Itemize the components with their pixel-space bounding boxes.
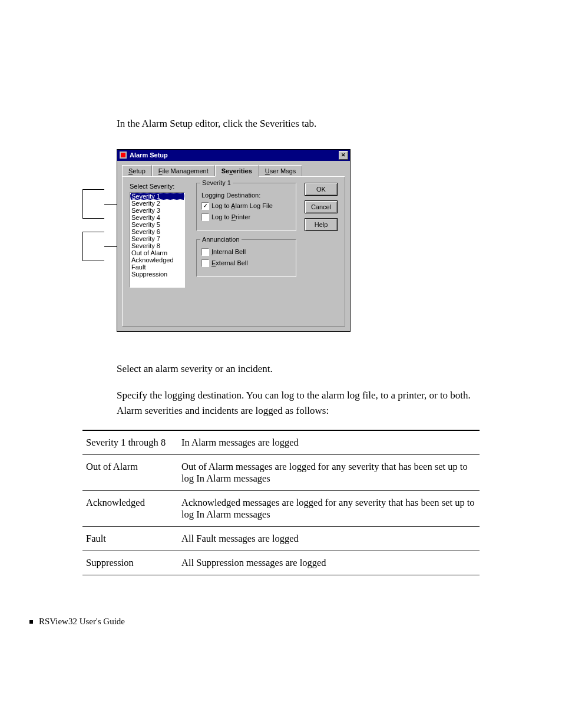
list-item[interactable]: Severity 7 bbox=[130, 235, 184, 242]
footer-text: RSView32 User's Guide bbox=[39, 617, 125, 627]
list-item[interactable]: Severity 8 bbox=[130, 242, 184, 249]
tab-file-management[interactable]: File Management bbox=[152, 165, 215, 177]
checkbox-internal-bell-row[interactable]: Internal Bell bbox=[201, 248, 291, 256]
table-cell-name: Acknowledged bbox=[82, 491, 178, 527]
right-panels: Severity 1 Logging Destination: Log to A… bbox=[196, 183, 296, 285]
list-item[interactable]: Out of Alarm bbox=[130, 249, 184, 256]
step-2-text: Specify the logging destination. You can… bbox=[117, 388, 480, 418]
list-item[interactable]: Severity 3 bbox=[130, 207, 184, 214]
table-cell-name: Suppression bbox=[82, 551, 178, 575]
logging-table: Severity 1 through 8 In Alarm messages a… bbox=[82, 430, 480, 575]
list-item[interactable]: Severity 4 bbox=[130, 214, 184, 221]
logging-destination-label: Logging Destination: bbox=[201, 192, 291, 199]
dialog-buttons: OK Cancel Help bbox=[305, 183, 338, 231]
tab-severities[interactable]: Severities bbox=[215, 165, 259, 177]
severity-listbox[interactable]: Severity 1 Severity 2 Severity 3 Severit… bbox=[130, 192, 185, 288]
checkbox-log-printer-row[interactable]: Log to Printer bbox=[201, 213, 291, 221]
list-item[interactable]: Severity 6 bbox=[130, 228, 184, 235]
checkbox-label: External Bell bbox=[211, 259, 248, 266]
callout-line-severities bbox=[82, 189, 104, 219]
group-annunciation: Annunciation Internal Bell External Bell bbox=[196, 239, 296, 277]
table-cell-name: Fault bbox=[82, 527, 178, 551]
dialog-container: Alarm Setup ✕ Setup File Management Seve… bbox=[117, 149, 480, 332]
list-item[interactable]: Severity 1 bbox=[130, 193, 184, 200]
tab-user-msgs[interactable]: User Msgs bbox=[259, 165, 303, 177]
table-cell-desc: Acknowledged messages are logged for any… bbox=[178, 491, 480, 527]
close-icon[interactable]: ✕ bbox=[339, 151, 348, 160]
list-item[interactable]: Severity 2 bbox=[130, 200, 184, 207]
tab-setup[interactable]: Setup bbox=[122, 165, 152, 177]
table-cell-name: Severity 1 through 8 bbox=[82, 430, 178, 455]
alarm-setup-dialog: Alarm Setup ✕ Setup File Management Seve… bbox=[117, 149, 351, 332]
table-cell-name: Out of Alarm bbox=[82, 455, 178, 491]
cancel-button[interactable]: Cancel bbox=[305, 200, 338, 213]
checkbox-label: Log to Printer bbox=[211, 213, 250, 220]
svg-rect-1 bbox=[121, 153, 125, 157]
table-cell-desc: All Suppression messages are logged bbox=[178, 551, 480, 575]
dialog-title: Alarm Setup bbox=[130, 151, 339, 159]
table-row: Out of Alarm Out of Alarm messages are l… bbox=[82, 455, 480, 491]
table-cell-desc: In Alarm messages are logged bbox=[178, 430, 480, 455]
group-severity-logging: Severity 1 Logging Destination: Log to A… bbox=[196, 183, 296, 231]
step-1-text: Select an alarm severity or an incident. bbox=[117, 361, 480, 377]
group-title: Severity 1 bbox=[200, 179, 233, 186]
group-title: Annunciation bbox=[200, 236, 242, 243]
checkbox-icon[interactable] bbox=[201, 248, 209, 256]
dialog-icon bbox=[119, 151, 127, 159]
list-item[interactable]: Severity 5 bbox=[130, 221, 184, 228]
table-cell-desc: All Fault messages are logged bbox=[178, 527, 480, 551]
checkbox-label: Log to Alarm Log File bbox=[211, 202, 273, 209]
list-item[interactable]: Suppression bbox=[130, 271, 184, 278]
callout-line-incidents bbox=[82, 232, 104, 261]
checkbox-icon[interactable] bbox=[201, 259, 209, 267]
table-row: Fault All Fault messages are logged bbox=[82, 527, 480, 551]
table-row: Severity 1 through 8 In Alarm messages a… bbox=[82, 430, 480, 455]
table-row: Suppression All Suppression messages are… bbox=[82, 551, 480, 575]
table-row: Acknowledged Acknowledged messages are l… bbox=[82, 491, 480, 527]
checkbox-icon[interactable] bbox=[201, 202, 209, 210]
page-footer: RSView32 User's Guide bbox=[29, 617, 480, 627]
dialog-titlebar: Alarm Setup ✕ bbox=[117, 150, 350, 161]
checkbox-log-file-row[interactable]: Log to Alarm Log File bbox=[201, 202, 291, 210]
checkbox-label: Internal Bell bbox=[211, 248, 246, 255]
footer-bullet-icon bbox=[29, 620, 33, 624]
tab-body: Select Severity: Severity 1 Severity 2 S… bbox=[122, 176, 345, 327]
list-item[interactable]: Acknowledged bbox=[130, 256, 184, 263]
checkbox-icon[interactable] bbox=[201, 213, 209, 221]
list-item[interactable]: Fault bbox=[130, 263, 184, 271]
help-button[interactable]: Help bbox=[305, 218, 338, 231]
checkbox-external-bell-row[interactable]: External Bell bbox=[201, 259, 291, 267]
table-cell-desc: Out of Alarm messages are logged for any… bbox=[178, 455, 480, 491]
ok-button[interactable]: OK bbox=[305, 183, 338, 196]
tabs-row: Setup File Management Severities User Ms… bbox=[117, 161, 350, 176]
intro-paragraph: In the Alarm Setup editor, click the Sev… bbox=[117, 116, 480, 131]
